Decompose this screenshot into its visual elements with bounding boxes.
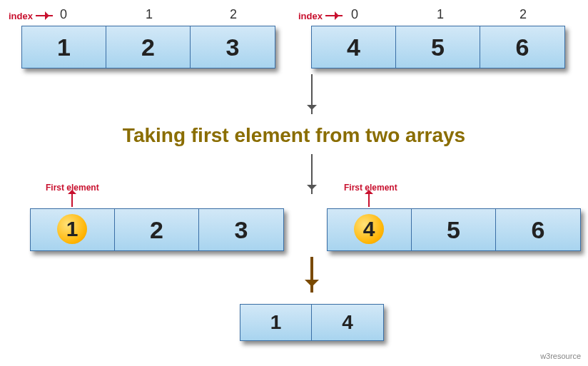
array1-top-cell-0: 1 [22, 26, 106, 68]
array2-top-cell-2: 6 [480, 26, 564, 68]
index-num-a2-0: 0 [351, 7, 358, 22]
array2-bottom-cell-2: 6 [496, 209, 580, 250]
diagram-title: Taking first element from two arrays [0, 124, 588, 147]
index-label-left: index [9, 11, 33, 21]
arrow-down-1 [311, 74, 313, 114]
result-cell-0: 1 [240, 305, 312, 340]
highlight-array2-first: 4 [354, 214, 384, 244]
array1-bottom-cell-2: 3 [199, 209, 283, 250]
array2-top-cell-1: 5 [396, 26, 480, 68]
result-array: 1 4 [240, 304, 384, 341]
highlight-array1-first: 1 [57, 214, 87, 244]
array1-top: 1 2 3 [21, 26, 275, 68]
index-num-a2-1: 1 [437, 7, 444, 22]
array2-top-cell-0: 4 [312, 26, 396, 68]
index-num-a1-1: 1 [146, 7, 153, 22]
index-num-a1-2: 2 [230, 7, 237, 22]
watermark: w3resource [540, 352, 581, 360]
index-num-a2-2: 2 [519, 7, 527, 22]
array2-top: 4 5 6 [311, 26, 565, 68]
first-element-arrow-right [368, 194, 370, 207]
array1-top-cell-2: 3 [191, 26, 275, 68]
first-element-arrow-left [71, 194, 73, 207]
arrow-down-2 [311, 154, 313, 194]
arrow-down-3 [310, 257, 313, 293]
index-arrow-left [36, 15, 53, 16]
array2-bottom-cell-1: 5 [412, 209, 496, 250]
index-num-a1-0: 0 [60, 7, 67, 22]
index-label-right: index [298, 11, 323, 21]
array1-bottom-cell-1: 2 [115, 209, 199, 250]
array1-top-cell-1: 2 [106, 26, 191, 68]
result-cell-1: 4 [312, 305, 383, 340]
index-arrow-right [325, 15, 343, 16]
